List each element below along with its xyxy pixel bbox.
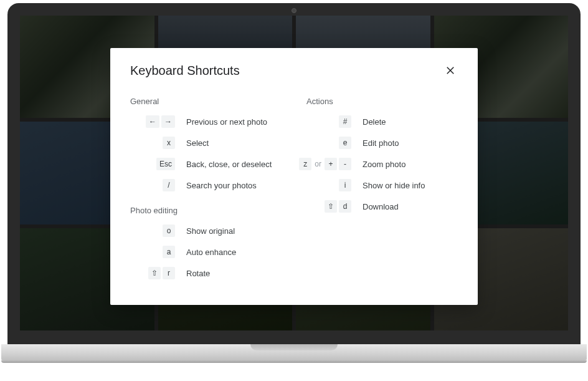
shortcut-keys: ⇧ r [130,267,175,279]
key-hash: # [339,115,351,128]
section-photo-editing: Photo editing o Show original a [130,206,282,280]
key-a: a [163,246,175,258]
column-right: Actions # Delete e [306,94,458,287]
shortcut-keys: z or + - [306,158,351,170]
shortcut-keys: # [306,115,351,128]
shortcut-desc: Previous or next photo [186,117,267,127]
shortcut-desc: Auto enhance [186,248,236,257]
shortcut-desc: Show or hide info [363,181,425,190]
shortcut-desc: Select [186,138,209,148]
shortcut-row: a Auto enhance [130,245,282,259]
screen: Keyboard Shortcuts General ← → [20,16,568,330]
key-i: i [339,179,351,191]
shortcut-keys: i [306,179,351,191]
key-x: x [163,137,175,149]
key-arrow-right: → [161,115,175,128]
keyboard-shortcuts-dialog: Keyboard Shortcuts General ← → [110,48,478,305]
shortcut-desc: Delete [363,117,386,127]
key-d: d [339,200,351,213]
key-esc: Esc [156,158,175,170]
laptop-base [1,344,587,360]
shortcut-keys: ← → [130,115,175,128]
laptop-camera [292,8,296,13]
shortcut-keys: o [130,224,175,237]
shortcut-row: / Search your photos [130,178,282,192]
shortcut-row: ← → Previous or next photo [130,115,282,128]
screen-bezel: Keyboard Shortcuts General ← → [7,3,581,344]
key-separator-or: or [313,160,323,168]
dialog-header: Keyboard Shortcuts [130,63,458,78]
shortcut-keys: / [130,179,175,191]
key-o: o [163,224,175,237]
close-button[interactable] [443,63,458,78]
section-general: General ← → Previous or next photo [130,97,282,192]
shortcut-desc: Edit photo [363,138,399,148]
key-plus: + [325,158,337,170]
key-z: z [299,158,311,170]
key-e: e [339,137,351,149]
shortcut-keys: x [130,137,175,149]
shortcut-keys: ⇧ d [306,200,351,213]
shortcut-keys: e [306,137,351,149]
shortcut-row: i Show or hide info [306,178,458,192]
column-left: General ← → Previous or next photo [130,94,282,287]
shortcut-desc: Zoom photo [363,160,405,169]
key-slash: / [163,179,175,191]
shortcut-row: o Show original [130,224,282,238]
key-minus: - [339,158,351,170]
section-heading-photo-editing: Photo editing [130,206,282,215]
shortcut-desc: Rotate [186,269,210,278]
key-arrow-left: ← [146,115,159,128]
shortcut-row: z or + - Zoom photo [306,157,458,171]
shortcut-desc: Search your photos [186,181,257,190]
shortcut-desc: Download [363,202,399,211]
section-heading-actions: Actions [306,97,458,106]
shortcut-row: Esc Back, close, or deselect [130,157,282,171]
shortcut-row: ⇧ r Rotate [130,266,282,280]
shortcut-keys: a [130,246,175,258]
key-shift: ⇧ [148,267,161,279]
dialog-title: Keyboard Shortcuts [130,64,240,78]
laptop-frame: Keyboard Shortcuts General ← → [7,3,581,360]
shortcut-row: # Delete [306,115,458,128]
shortcut-row: e Edit photo [306,136,458,150]
section-actions: Actions # Delete e [306,97,458,213]
key-r: r [163,267,175,279]
shortcut-desc: Show original [186,226,235,236]
close-icon [445,65,456,76]
shortcut-row: ⇧ d Download [306,200,458,213]
shortcut-columns: General ← → Previous or next photo [130,94,458,287]
key-shift: ⇧ [325,200,337,213]
shortcut-keys: Esc [130,158,175,170]
shortcut-desc: Back, close, or deselect [186,160,272,169]
section-heading-general: General [130,97,282,106]
shortcut-row: x Select [130,136,282,150]
